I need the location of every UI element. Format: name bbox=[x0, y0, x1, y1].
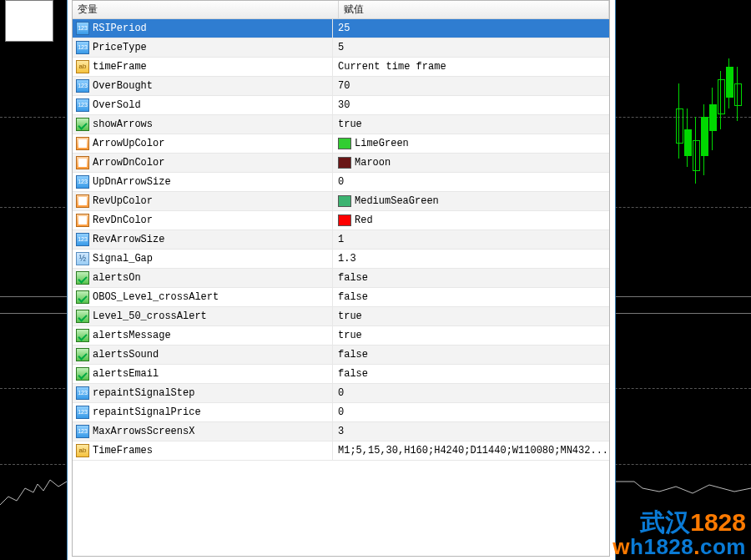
param-value-cell[interactable]: true bbox=[333, 326, 609, 345]
param-name-cell[interactable]: RSIPeriod bbox=[73, 19, 333, 38]
param-value-cell[interactable]: Maroon bbox=[333, 154, 609, 172]
param-name-cell[interactable]: OBOS_Level_crossAlert bbox=[73, 288, 333, 306]
type-integer-icon bbox=[76, 22, 89, 35]
param-row[interactable]: Signal_Gap1.3 bbox=[73, 250, 609, 269]
param-value-cell[interactable]: MediumSeaGreen bbox=[333, 192, 609, 210]
param-row[interactable]: OBOS_Level_crossAlertfalse bbox=[73, 288, 609, 307]
param-value-cell[interactable]: 70 bbox=[333, 77, 609, 95]
param-row[interactable]: ArrowDnColorMaroon bbox=[73, 154, 609, 173]
param-value: false bbox=[338, 272, 368, 284]
param-value-cell[interactable]: false bbox=[333, 288, 609, 306]
column-header-value[interactable]: 赋值 bbox=[339, 1, 609, 19]
param-row[interactable]: repaintSignalStep0 bbox=[73, 384, 609, 403]
param-value-cell[interactable]: M1;5,15,30,H160;H4240;D11440;W110080;MN4… bbox=[333, 441, 609, 460]
param-value-cell[interactable]: true bbox=[333, 115, 609, 134]
param-value-cell[interactable]: false bbox=[333, 269, 609, 287]
param-value: 25 bbox=[338, 23, 350, 34]
param-name-cell[interactable]: ArrowUpColor bbox=[73, 134, 333, 153]
param-value-cell[interactable]: false bbox=[333, 365, 609, 383]
param-value-cell[interactable]: 5 bbox=[333, 38, 609, 57]
param-name: TimeFrames bbox=[93, 445, 153, 457]
param-value-cell[interactable]: 0 bbox=[333, 403, 609, 421]
param-name-cell[interactable]: ArrowDnColor bbox=[73, 154, 333, 172]
param-value: true bbox=[338, 119, 362, 130]
param-row[interactable]: OverBought70 bbox=[73, 77, 609, 96]
param-name: alertsEmail bbox=[93, 368, 159, 380]
param-row[interactable]: alertsEmailfalse bbox=[73, 365, 609, 384]
param-row[interactable]: RSIPeriod25 bbox=[73, 19, 609, 38]
param-value-cell[interactable]: 0 bbox=[333, 173, 609, 191]
param-row[interactable]: UpDnArrowSize0 bbox=[73, 173, 609, 192]
param-value: Current time frame bbox=[338, 61, 446, 73]
param-value-cell[interactable]: 3 bbox=[333, 422, 609, 441]
param-name-cell[interactable]: OverSold bbox=[73, 96, 333, 114]
param-value: 0 bbox=[338, 176, 344, 188]
param-value-cell[interactable]: 0 bbox=[333, 384, 609, 402]
color-swatch bbox=[338, 138, 351, 149]
param-name-cell[interactable]: RevArrowSize bbox=[73, 230, 333, 249]
param-value: LimeGreen bbox=[355, 138, 409, 149]
param-row[interactable]: OverSold30 bbox=[73, 96, 609, 115]
param-value-cell[interactable]: 1.3 bbox=[333, 250, 609, 268]
type-string-icon bbox=[76, 444, 89, 457]
param-row[interactable]: alertsSoundfalse bbox=[73, 346, 609, 365]
param-row[interactable]: RevDnColorRed bbox=[73, 211, 609, 230]
grid-body: RSIPeriod25PriceType5timeFrameCurrent ti… bbox=[73, 19, 609, 556]
param-name-cell[interactable]: repaintSignalPrice bbox=[73, 403, 333, 421]
param-name: alertsSound bbox=[93, 349, 159, 361]
param-name: showArrows bbox=[93, 119, 153, 130]
param-row[interactable]: showArrowstrue bbox=[73, 115, 609, 134]
param-name-cell[interactable]: OverBought bbox=[73, 77, 333, 95]
param-name: Level_50_crossAlert bbox=[93, 310, 207, 322]
param-value: M1;5,15,30,H160;H4240;D11440;W110080;MN4… bbox=[338, 445, 608, 457]
param-value-cell[interactable]: 25 bbox=[333, 19, 609, 38]
param-name-cell[interactable]: PriceType bbox=[73, 38, 333, 57]
parameters-grid: 变量 赋值 RSIPeriod25PriceType5timeFrameCurr… bbox=[72, 0, 610, 557]
param-name-cell[interactable]: showArrows bbox=[73, 115, 333, 134]
type-integer-icon bbox=[76, 175, 89, 189]
param-value: 70 bbox=[338, 80, 350, 92]
param-row[interactable]: PriceType5 bbox=[73, 38, 609, 58]
param-row[interactable]: repaintSignalPrice0 bbox=[73, 403, 609, 422]
candlestick-strip bbox=[676, 58, 751, 275]
type-bool-icon bbox=[76, 348, 89, 361]
param-name-cell[interactable]: alertsMessage bbox=[73, 326, 333, 345]
param-value-cell[interactable]: true bbox=[333, 307, 609, 325]
type-double-icon bbox=[76, 252, 89, 265]
param-row[interactable]: TimeFramesM1;5,15,30,H160;H4240;D11440;W… bbox=[73, 441, 609, 461]
param-value-cell[interactable]: Current time frame bbox=[333, 58, 609, 76]
param-name-cell[interactable]: alertsEmail bbox=[73, 365, 333, 383]
param-name-cell[interactable]: UpDnArrowSize bbox=[73, 173, 333, 191]
param-name-cell[interactable]: alertsOn bbox=[73, 269, 333, 287]
param-row[interactable]: Level_50_crossAlerttrue bbox=[73, 307, 609, 326]
param-name-cell[interactable]: RevDnColor bbox=[73, 211, 333, 230]
param-row[interactable]: alertsMessagetrue bbox=[73, 326, 609, 346]
type-string-icon bbox=[76, 60, 89, 73]
param-value-cell[interactable]: 30 bbox=[333, 96, 609, 114]
param-value-cell[interactable]: Red bbox=[333, 211, 609, 230]
param-name-cell[interactable]: Signal_Gap bbox=[73, 250, 333, 268]
param-row[interactable]: MaxArrowsScreensX3 bbox=[73, 422, 609, 441]
param-name-cell[interactable]: RevUpColor bbox=[73, 192, 333, 210]
param-value-cell[interactable]: 1 bbox=[333, 230, 609, 249]
param-name-cell[interactable]: alertsSound bbox=[73, 346, 333, 364]
type-integer-icon bbox=[76, 98, 89, 112]
param-row[interactable]: ArrowUpColorLimeGreen bbox=[73, 134, 609, 154]
param-row[interactable]: RevArrowSize1 bbox=[73, 230, 609, 250]
param-row[interactable]: RevUpColorMediumSeaGreen bbox=[73, 192, 609, 211]
param-name-cell[interactable]: timeFrame bbox=[73, 58, 333, 76]
param-value: MediumSeaGreen bbox=[355, 195, 439, 207]
param-value-cell[interactable]: LimeGreen bbox=[333, 134, 609, 153]
param-name-cell[interactable]: MaxArrowsScreensX bbox=[73, 422, 333, 441]
param-name-cell[interactable]: Level_50_crossAlert bbox=[73, 307, 333, 325]
type-color-icon bbox=[76, 214, 89, 227]
column-header-variable[interactable]: 变量 bbox=[73, 1, 339, 19]
param-value-cell[interactable]: false bbox=[333, 346, 609, 364]
param-row[interactable]: alertsOnfalse bbox=[73, 269, 609, 288]
param-row[interactable]: timeFrameCurrent time frame bbox=[73, 58, 609, 77]
param-name-cell[interactable]: TimeFrames bbox=[73, 441, 333, 460]
type-integer-icon bbox=[76, 406, 89, 419]
param-name: UpDnArrowSize bbox=[93, 176, 171, 188]
param-value: 0 bbox=[338, 387, 344, 399]
param-name-cell[interactable]: repaintSignalStep bbox=[73, 384, 333, 402]
